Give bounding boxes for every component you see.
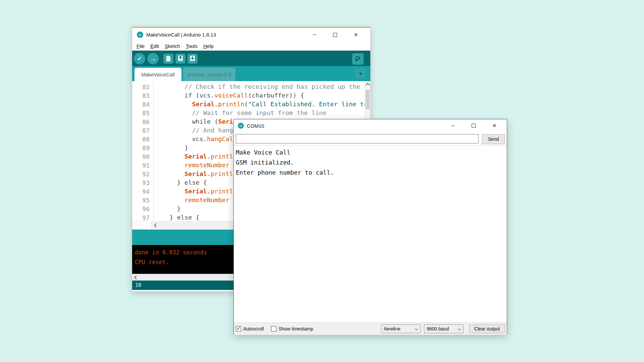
minimize-icon	[451, 126, 455, 126]
show-timestamp-label: Show timestamp	[278, 326, 313, 331]
serial-input[interactable]	[236, 134, 479, 143]
arduino-logo-icon: ∞	[137, 32, 143, 38]
scroll-left-button[interactable]	[152, 221, 160, 230]
autoscroll-checkbox[interactable]	[236, 326, 241, 331]
verify-icon: ✓	[137, 55, 142, 62]
maximize-icon	[472, 124, 476, 128]
menu-sketch[interactable]: Sketch	[165, 43, 180, 49]
tab-list-button[interactable]: ▼	[356, 69, 366, 79]
scrollbar-thumb[interactable]	[366, 90, 370, 109]
chevron-up-icon	[366, 83, 370, 87]
tab-bar: MakeVoiceCall arduino_secrets.h § ▼	[132, 66, 370, 81]
close-button[interactable]: ✕	[484, 119, 505, 132]
send-button[interactable]: Send	[482, 134, 505, 144]
tab-arduino-secrets-label: arduino_secrets.h §	[187, 72, 231, 77]
upload-icon: →	[150, 55, 156, 62]
autoscroll-label: Autoscroll	[243, 326, 264, 331]
code-text: if (vcs.voiceCall(charbuffer)) {	[153, 91, 304, 100]
new-sketch-button[interactable]	[163, 54, 173, 64]
tab-makevoicecall-label: MakeVoiceCall	[141, 72, 174, 77]
arduino-logo-icon: ∞	[238, 123, 244, 129]
chevron-down-icon	[458, 327, 461, 330]
chevron-down-icon	[415, 327, 418, 330]
clear-output-label: Clear output	[474, 326, 500, 331]
code-line-84: 84 Serial.println("Call Established. Ent…	[132, 100, 370, 109]
save-icon	[190, 55, 196, 62]
minimize-icon	[313, 35, 316, 35]
upload-button[interactable]: →	[147, 53, 159, 64]
toolbar: ✓ →	[132, 51, 370, 66]
show-timestamp-checkbox[interactable]	[271, 326, 276, 331]
console-scroll-left-button[interactable]	[133, 274, 140, 281]
line-number: 86	[132, 118, 153, 125]
line-number: 95	[132, 197, 153, 204]
clear-output-button[interactable]: Clear output	[469, 324, 505, 333]
line-number: 96	[132, 205, 153, 213]
serial-output-line: GSM initialized.	[236, 158, 507, 168]
scroll-up-button[interactable]	[365, 82, 370, 88]
code-line-82: 82 // Check if the receiving end has pic…	[132, 82, 370, 91]
open-icon	[177, 55, 183, 62]
line-ending-dropdown[interactable]: Newline	[381, 324, 421, 333]
serial-monitor-button[interactable]	[352, 53, 364, 65]
serial-titlebar[interactable]: ∞ COM10 ✕	[234, 119, 507, 132]
line-number: 90	[132, 153, 153, 160]
code-text: Serial.println("Call Established. Enter …	[153, 100, 370, 109]
menu-bar: FileEditSketchToolsHelp	[132, 42, 370, 51]
baud-rate-value: 9600 baud	[427, 326, 449, 331]
chevron-left-icon	[154, 223, 158, 228]
code-line-85: 85 // Wait for some input from the line	[132, 109, 370, 117]
serial-controls-bar: Autoscroll Show timestamp Newline 9600 b…	[234, 322, 507, 335]
line-number-indicator: 10	[135, 282, 141, 288]
code-text: }	[153, 204, 181, 213]
code-text: }	[153, 143, 188, 152]
tab-makevoicecall[interactable]: MakeVoiceCall	[135, 68, 181, 81]
serial-monitor-window: ∞ COM10 ✕ Send Make Voice CallGSM initia…	[233, 119, 507, 335]
code-text: // Check if the receiving end has picked…	[153, 82, 370, 91]
arduino-titlebar[interactable]: ∞ MakeVoiceCall | Arduino 1.8.13 ✕	[132, 28, 370, 42]
line-number: 91	[132, 162, 153, 169]
close-button[interactable]: ✕	[345, 28, 366, 42]
serial-output-line: Enter phone number to call.	[236, 168, 507, 178]
menu-edit[interactable]: Edit	[150, 43, 159, 49]
line-number: 93	[132, 179, 153, 186]
code-text: // Wait for some input from the line	[153, 109, 326, 117]
serial-window-title: COM10	[247, 123, 264, 129]
serial-output-area[interactable]: Make Voice CallGSM initialized.Enter pho…	[234, 145, 507, 322]
line-ending-value: Newline	[384, 326, 400, 331]
code-text: // And hang up	[153, 126, 244, 135]
baud-rate-dropdown[interactable]: 9600 baud	[424, 324, 464, 333]
menu-tools[interactable]: Tools	[186, 43, 198, 49]
new-sketch-icon	[166, 55, 171, 62]
save-button[interactable]	[187, 54, 198, 64]
line-number: 85	[132, 110, 153, 117]
verify-button[interactable]: ✓	[134, 53, 145, 64]
minimize-button[interactable]	[442, 119, 463, 132]
maximize-button[interactable]	[463, 119, 484, 132]
line-number: 97	[132, 214, 153, 221]
close-icon: ✕	[354, 32, 358, 38]
chevron-down-icon: ▼	[359, 71, 363, 76]
line-number: 87	[132, 127, 153, 134]
line-number: 94	[132, 188, 153, 195]
serial-output-lines: Make Voice CallGSM initialized.Enter pho…	[236, 147, 507, 178]
menu-file[interactable]: File	[137, 43, 145, 49]
menu-help[interactable]: Help	[203, 43, 214, 49]
arduino-window-title: MakeVoiceCall | Arduino 1.8.13	[146, 32, 216, 38]
tab-arduino-secrets[interactable]: arduino_secrets.h §	[183, 68, 235, 81]
open-button[interactable]	[175, 54, 185, 64]
line-number: 89	[132, 144, 153, 152]
serial-send-row: Send	[234, 132, 507, 145]
minimize-button[interactable]	[304, 28, 325, 42]
close-icon: ✕	[492, 123, 497, 129]
code-text: } else {	[153, 213, 200, 221]
serial-output-line: Make Voice Call	[236, 147, 507, 158]
send-button-label: Send	[488, 136, 499, 142]
line-number: 83	[132, 92, 153, 99]
code-line-83: 83 if (vcs.voiceCall(charbuffer)) {	[132, 91, 370, 100]
desktop-background: ∞ MakeVoiceCall | Arduino 1.8.13 ✕ FileE…	[0, 0, 644, 362]
maximize-button[interactable]	[325, 28, 345, 42]
line-number: 92	[132, 171, 153, 178]
line-number: 82	[132, 83, 153, 90]
line-number: 84	[132, 101, 153, 108]
